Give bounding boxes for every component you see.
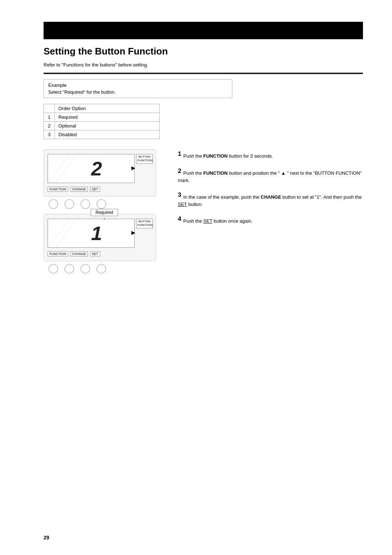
step-4-text-pre: Push the bbox=[183, 219, 203, 224]
button-function-label-2: BUTTONFUNCTION bbox=[136, 219, 153, 228]
bottom-labels-1: FUNCTION CHANGE SET bbox=[48, 187, 100, 192]
diagrams-column: 2 ▶ BUTTONFUNCTION FUNCTION CHANGE SET bbox=[44, 149, 167, 277]
example-description: Select "Required" for the button. bbox=[48, 89, 228, 95]
bottom-labels-2: FUNCTION CHANGE SET bbox=[48, 251, 100, 256]
function-label-2: FUNCTION bbox=[48, 251, 68, 256]
circle-btn-2d[interactable] bbox=[97, 264, 106, 274]
table-header-option: Order Option bbox=[55, 104, 160, 113]
row-num-2: 2 bbox=[44, 122, 55, 130]
circle-btn-1c[interactable] bbox=[81, 199, 90, 209]
svg-line-1 bbox=[55, 154, 77, 183]
step-num-1: 1 bbox=[178, 150, 181, 157]
row-option-optional: Optional bbox=[55, 122, 160, 130]
circle-btn-2c[interactable] bbox=[81, 264, 90, 274]
table-row: 3 Disabled bbox=[44, 130, 160, 139]
step-3: 3 In the case of the example, push the C… bbox=[178, 190, 363, 208]
bottom-circles-2 bbox=[49, 264, 167, 274]
device-display-1: 2 bbox=[48, 154, 135, 183]
device-diagram-1: 2 ▶ BUTTONFUNCTION FUNCTION CHANGE SET bbox=[44, 149, 156, 197]
table-row: 1 Required bbox=[44, 113, 160, 122]
circle-btn-1b[interactable] bbox=[65, 199, 74, 209]
step-4-set-keyword: SET bbox=[203, 219, 212, 224]
diagram2-wrapper: Required ↓ 1 ▶ BUTTONFUNCTION bbox=[44, 214, 156, 261]
row-num-3: 3 bbox=[44, 130, 55, 139]
circle-btn-2b[interactable] bbox=[65, 264, 74, 274]
set-label-2: SET bbox=[90, 251, 100, 256]
instructions-column: 1 Push the FUNCTION button for 3 seconds… bbox=[178, 149, 363, 231]
circle-btn-2a[interactable] bbox=[49, 264, 58, 274]
row-num-1: 1 bbox=[44, 113, 55, 122]
step-3-text-mid: button to set at "1". And then push the bbox=[281, 194, 362, 200]
step-3-change-keyword: CHANGE bbox=[261, 194, 281, 200]
display-decoration-2 bbox=[48, 219, 134, 247]
step-num-3: 3 bbox=[178, 191, 181, 198]
table-row: 2 Optional bbox=[44, 122, 160, 130]
step-3-set-keyword: SET bbox=[178, 202, 187, 207]
step-4: 4 Push the SET button once again. bbox=[178, 214, 363, 225]
example-label: Example bbox=[48, 82, 228, 88]
step-1: 1 Push the FUNCTION button for 3 seconds… bbox=[178, 149, 363, 160]
set-label: SET bbox=[90, 187, 100, 192]
section-divider bbox=[44, 73, 363, 74]
step-1-function-keyword: FUNCTION bbox=[203, 153, 228, 159]
circle-btn-1a[interactable] bbox=[49, 199, 58, 209]
table-header-order bbox=[44, 104, 55, 113]
bottom-circles-1 bbox=[49, 199, 167, 209]
step-1-text-pre: Push the bbox=[183, 153, 203, 159]
option-table-area: Order Option 1 Required 2 Optional 3 Dis… bbox=[44, 104, 167, 139]
step-4-text-post: button once again. bbox=[212, 219, 253, 224]
step-2: 2 Push the FUNCTION button and position … bbox=[178, 166, 363, 184]
row-option-disabled: Disabled bbox=[55, 130, 160, 139]
step-3-text-post: button. bbox=[187, 202, 203, 207]
arrow-right-icon: ▶ bbox=[131, 165, 135, 171]
step-3-text-pre: In the case of the example, push the bbox=[183, 194, 261, 200]
required-bubble-wrapper: Required ↓ bbox=[91, 209, 118, 220]
page-number: 29 bbox=[44, 535, 49, 540]
step-2-text-pre: Push the bbox=[183, 170, 203, 176]
device-diagram-2: 1 ▶ BUTTONFUNCTION FUNCTION CHANGE SET bbox=[44, 214, 156, 261]
example-box: Example Select "Required" for the button… bbox=[44, 79, 232, 98]
required-arrow-icon: ↓ bbox=[91, 216, 118, 220]
function-label: FUNCTION bbox=[48, 187, 68, 192]
step-num-4: 4 bbox=[178, 215, 181, 222]
change-label: CHANGE bbox=[70, 187, 88, 192]
required-bubble: Required bbox=[91, 209, 118, 216]
svg-line-3 bbox=[55, 219, 77, 247]
change-label-2: CHANGE bbox=[70, 251, 88, 256]
button-function-label-1: BUTTONFUNCTION bbox=[136, 154, 153, 164]
arrow-right-icon-2: ▶ bbox=[131, 230, 135, 235]
page-title: Setting the Button Function bbox=[44, 46, 363, 57]
step-1-text-post: button for 3 seconds. bbox=[228, 153, 273, 159]
subtitle-text: Refer to "Functions for the buttons" bef… bbox=[44, 62, 363, 68]
device-display-2: 1 bbox=[48, 219, 135, 248]
main-content: 2 ▶ BUTTONFUNCTION FUNCTION CHANGE SET bbox=[44, 149, 363, 277]
option-table: Order Option 1 Required 2 Optional 3 Dis… bbox=[44, 104, 160, 139]
circle-btn-1d[interactable] bbox=[97, 199, 106, 209]
step-2-function-keyword: FUNCTION bbox=[203, 170, 228, 176]
step-num-2: 2 bbox=[178, 167, 181, 174]
header-black-bar bbox=[44, 22, 363, 39]
row-option-required: Required bbox=[55, 113, 160, 122]
display-decoration bbox=[48, 154, 134, 183]
